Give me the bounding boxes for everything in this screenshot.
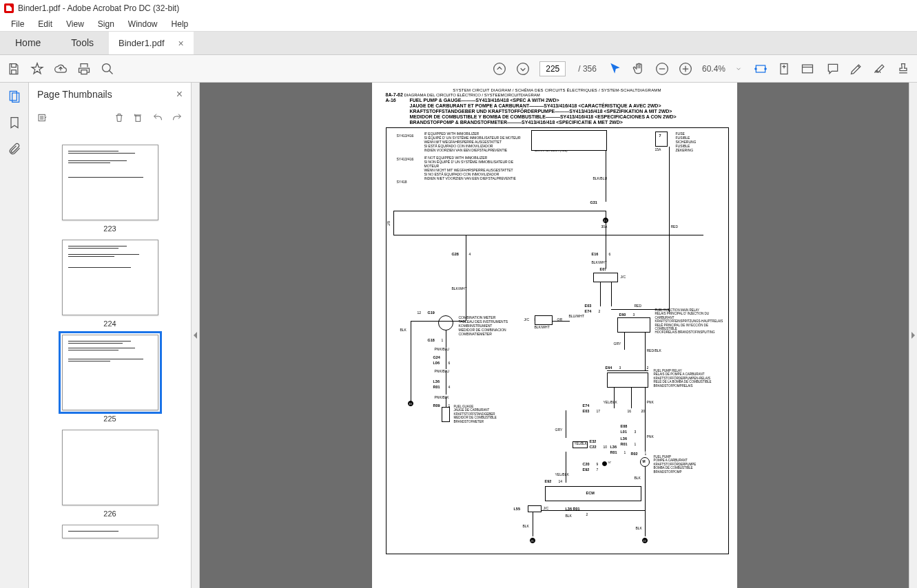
chevron-down-icon[interactable] — [735, 65, 742, 72]
redo-icon[interactable] — [172, 112, 183, 123]
menu-edit[interactable]: Edit — [31, 18, 59, 30]
zoom-out-icon[interactable] — [655, 62, 669, 76]
fit-page-icon[interactable] — [777, 62, 791, 76]
thumbnail-label: 225 — [62, 414, 158, 423]
svg-rect-5 — [756, 65, 765, 72]
left-rail — [0, 83, 29, 588]
thumbnails-panel: Page Thumbnails × 223 224 — [29, 83, 192, 588]
thumbnail-label: 223 — [62, 224, 158, 233]
zoom-level[interactable]: 60.4% — [702, 64, 725, 74]
rotate-icon[interactable] — [133, 112, 144, 123]
undo-icon[interactable] — [152, 112, 163, 123]
pdf-icon — [4, 3, 14, 13]
collapse-left-panel[interactable] — [192, 83, 200, 588]
close-panel-icon[interactable]: × — [176, 88, 183, 101]
title-bar: Binder1.pdf - Adobe Acrobat Pro DC (32-b… — [0, 0, 917, 17]
fit-width-icon[interactable] — [754, 62, 767, 76]
node-10: 10 — [408, 401, 413, 406]
title-de: KRAFTSTOFFSTANDGEBER UND KRAFTSTOFFÖRDER… — [386, 109, 729, 114]
svg-rect-7 — [803, 65, 813, 73]
read-mode-icon[interactable] — [801, 62, 814, 76]
save-icon[interactable] — [7, 62, 21, 76]
svg-rect-11 — [136, 116, 141, 121]
menu-sign[interactable]: Sign — [91, 18, 121, 30]
thumbnails-rail-icon[interactable] — [8, 90, 21, 103]
document-viewport[interactable]: SYSTEM CIRCUIT DIAGRAM / SCHÉMA DES CIRC… — [200, 83, 909, 588]
title-fr: JAUGE DE CARBURANT ET POMPE A CARBURANT—… — [386, 103, 729, 108]
page-up-icon[interactable] — [493, 62, 506, 76]
highlight-icon[interactable] — [849, 62, 863, 76]
node-21: 21 — [530, 538, 535, 543]
tab-document-label: Binder1.pdf — [119, 38, 165, 48]
menu-window[interactable]: Window — [121, 18, 165, 30]
menu-help[interactable]: Help — [165, 18, 196, 30]
attachment-rail-icon[interactable] — [8, 142, 21, 156]
thumbnails-header: Page Thumbnails × — [29, 83, 191, 106]
stamp-icon[interactable] — [896, 62, 910, 76]
window-title: Binder1.pdf - Adobe Acrobat Pro DC (32-b… — [18, 3, 179, 13]
doc-section: 8A-7-62 DIAGRAMA DEL CIRCUITO ELÉCTRICO … — [386, 92, 729, 97]
menu-view[interactable]: View — [59, 18, 91, 30]
delete-icon[interactable] — [114, 112, 125, 123]
main-area: Page Thumbnails × 223 224 — [0, 83, 917, 588]
cloud-icon[interactable] — [54, 62, 68, 76]
options-icon[interactable] — [37, 112, 48, 123]
bookmark-rail-icon[interactable] — [8, 116, 21, 129]
close-tab-icon[interactable]: × — [178, 38, 184, 49]
comment-icon[interactable] — [826, 62, 840, 76]
title-es: MEDIDOR DE COMBUSTIBLE Y BOMBA DE COMBUS… — [386, 114, 729, 119]
toolbar: / 356 60.4% — [0, 55, 917, 83]
circuit-diagram: SY413/416 IF EQUIPPED WITH IMMOBILIZER S… — [386, 127, 729, 554]
svg-point-2 — [517, 63, 529, 74]
tab-tools[interactable]: Tools — [56, 32, 109, 54]
tab-bar: Home Tools Binder1.pdf × — [0, 32, 917, 55]
thumbnails-toolbar — [29, 106, 191, 129]
thumbnail-225[interactable]: 225 — [62, 335, 158, 423]
thumbnail-224[interactable]: 224 — [62, 240, 158, 328]
title-nl: BRANDSTOFPOMP & BRANDSTOFMETER———SY413/4… — [386, 120, 729, 125]
thumbnail-next[interactable] — [62, 525, 158, 538]
thumbnails-list[interactable]: 223 224 225 226 — [29, 129, 191, 588]
node-97 — [602, 461, 607, 466]
menu-bar: File Edit View Sign Window Help — [0, 17, 917, 32]
thumbnails-title: Page Thumbnails — [37, 89, 112, 100]
svg-point-0 — [103, 63, 111, 72]
print-icon[interactable] — [77, 62, 91, 76]
collapse-right-panel[interactable] — [909, 83, 917, 588]
title-a16: A-16FUEL PUMP & GAUGE———SY413/416/418 <S… — [386, 98, 729, 103]
thumbnail-223[interactable]: 223 — [62, 145, 158, 233]
thumbnail-label: 226 — [62, 510, 158, 518]
thumbnail-label: 224 — [62, 319, 158, 328]
node-22: 22 — [642, 538, 648, 543]
tab-home[interactable]: Home — [0, 32, 56, 54]
page-number-input[interactable] — [539, 61, 566, 76]
svg-point-1 — [494, 63, 506, 74]
page-content: SYSTEM CIRCUIT DIAGRAM / SCHÉMA DES CIRC… — [372, 83, 737, 588]
star-icon[interactable] — [30, 62, 44, 76]
zoom-in-icon[interactable] — [679, 62, 692, 76]
select-tool-icon[interactable] — [608, 62, 622, 76]
thumbnail-226[interactable]: 226 — [62, 430, 158, 518]
tab-document[interactable]: Binder1.pdf × — [109, 32, 194, 54]
hand-tool-icon[interactable] — [632, 62, 646, 76]
sign-icon[interactable] — [873, 62, 887, 76]
page-total: / 356 — [578, 64, 597, 74]
menu-file[interactable]: File — [4, 18, 31, 30]
search-icon[interactable] — [101, 62, 114, 76]
page-down-icon[interactable] — [516, 62, 530, 76]
